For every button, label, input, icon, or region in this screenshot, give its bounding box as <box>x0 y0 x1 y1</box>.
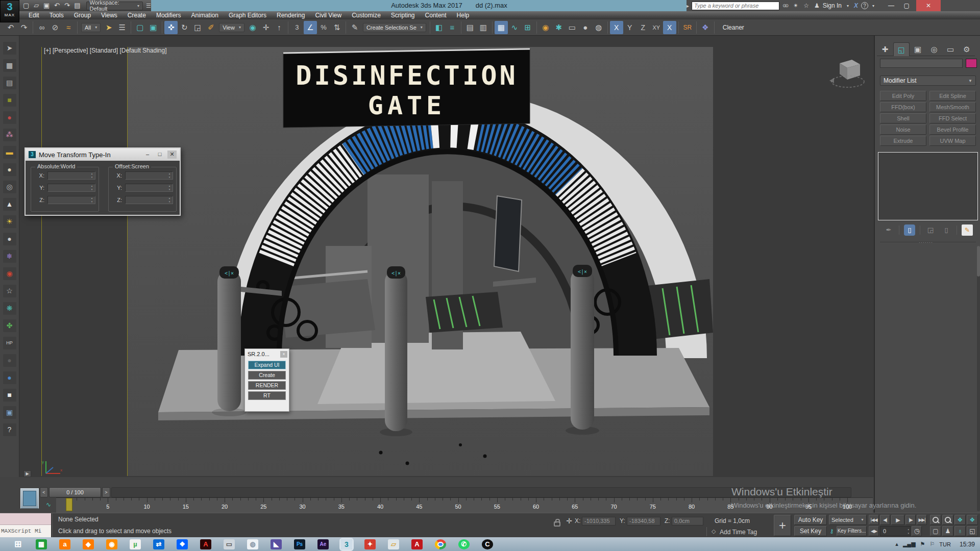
tab-utilities[interactable]: ⚙ <box>959 42 975 56</box>
rendered-frame-window-icon[interactable]: ▭ <box>566 21 579 34</box>
viewport[interactable]: [+] [Perspective] [Standard] [Default Sh… <box>19 36 874 477</box>
menu-content[interactable]: Content <box>420 11 452 19</box>
modifier-button-uvw-map[interactable]: UVW Map <box>929 136 976 146</box>
favorites-icon[interactable]: ☆ <box>800 2 811 9</box>
modifier-button-ffd-select[interactable]: FFD Select <box>929 113 976 123</box>
box-olive-icon[interactable]: ■ <box>3 94 16 107</box>
select-and-link-icon[interactable]: ∞ <box>35 21 48 34</box>
sun-icon[interactable]: ☀ <box>3 215 16 228</box>
workspace-dropdown[interactable]: Workspace: Default ▾ <box>86 2 143 10</box>
named-selection-sets-dropdown[interactable]: Create Selection Se▾ <box>363 23 426 32</box>
rectangular-selection-region-icon[interactable]: ▢ <box>133 21 146 34</box>
use-pivot-point-icon[interactable]: ◉ <box>246 21 259 34</box>
zoom-icon[interactable] <box>930 515 941 525</box>
file-explorer-icon[interactable]: ▱ <box>388 539 399 549</box>
go-to-start-button[interactable]: |◀◀ <box>869 515 879 525</box>
absolute-y-field[interactable]: ▴▾ <box>47 184 95 192</box>
save-file-icon[interactable]: ▣ <box>42 1 51 10</box>
menu-modifiers[interactable]: Modifiers <box>151 11 186 19</box>
modifier-stack[interactable] <box>878 152 978 220</box>
next-frame-button[interactable]: |▶ <box>905 515 916 525</box>
key-filters-button[interactable]: Key Filters... <box>837 526 867 536</box>
user-icon[interactable]: ♟ <box>811 2 822 9</box>
menu-edit[interactable]: Edit <box>23 11 44 19</box>
remove-modifier-icon[interactable]: ▯ <box>941 224 952 236</box>
toggle-ribbon-icon[interactable]: ▦ <box>495 21 508 34</box>
sphere-red-icon[interactable]: ● <box>3 111 16 124</box>
axis-z-button[interactable]: Z <box>636 21 650 34</box>
toggle-layer-explorer-icon[interactable]: ▥ <box>477 21 490 34</box>
align-icon[interactable]: ≡ <box>446 21 459 34</box>
select-and-rotate-icon[interactable]: ↻ <box>178 21 191 34</box>
menu-graph-editors[interactable]: Graph Editors <box>224 11 272 19</box>
tab-hierarchy[interactable]: ▣ <box>910 42 926 56</box>
dialog-minimize-button[interactable]: – <box>143 151 152 159</box>
modifier-button-edit-poly[interactable]: Edit Poly <box>880 91 926 101</box>
make-unique-icon[interactable]: ◲ <box>925 224 936 236</box>
dialog-maximize-button[interactable]: □ <box>155 151 164 159</box>
sr-rt-button[interactable]: RT <box>248 391 286 400</box>
reference-coordinate-dropdown[interactable]: View▾ <box>219 23 244 32</box>
new-file-icon[interactable]: ▢ <box>21 1 31 10</box>
photoshop-icon[interactable]: Ps <box>294 539 305 549</box>
coordinate-z-field[interactable]: 0,0cm <box>672 517 703 525</box>
tab-display[interactable]: ▭ <box>942 42 959 56</box>
play-button[interactable]: ▶ <box>891 515 904 525</box>
view-cube[interactable] <box>828 53 867 92</box>
grid-object-icon[interactable]: ▤ <box>3 77 16 89</box>
max-app-logo[interactable]: 3MAX <box>0 0 19 22</box>
schematic-view-icon[interactable]: ⊞ <box>521 21 534 34</box>
sr-plugin-button[interactable]: SR <box>681 21 694 34</box>
sphere-gray-icon[interactable]: ● <box>3 233 16 245</box>
cleaner-button[interactable]: Cleaner <box>717 24 750 31</box>
spinner-snap-toggle-icon[interactable]: ⇅ <box>330 21 344 34</box>
set-key-button[interactable]: Set Key <box>794 526 827 536</box>
sign-in-chevron-icon[interactable]: ▾ <box>844 4 851 8</box>
walk-through-icon[interactable]: ♟ <box>942 526 953 536</box>
menu-views[interactable]: Views <box>96 11 122 19</box>
viewport-layout-button[interactable] <box>20 488 39 509</box>
sr-expand-ui-button[interactable]: Expand UI <box>248 361 286 369</box>
modifier-button-ffd-box[interactable]: FFD(box) <box>880 102 926 112</box>
open-file-icon[interactable]: ▱ <box>32 1 41 10</box>
window-crossing-icon[interactable]: ▣ <box>146 21 160 34</box>
menu-animation[interactable]: Animation <box>186 11 224 19</box>
select-and-manipulate-icon[interactable]: ✛ <box>259 21 273 34</box>
render-iterative-icon[interactable]: ◍ <box>592 21 605 34</box>
curve-editor-icon[interactable]: ∿ <box>508 21 521 34</box>
modifier-list-dropdown[interactable]: Modifier List ▼ <box>880 76 976 86</box>
ball-dark-icon[interactable]: ● <box>3 354 16 367</box>
previous-frame-button[interactable]: ◀| <box>880 515 890 525</box>
dropbox-icon[interactable]: ❖ <box>177 539 188 549</box>
keyboard-override-icon[interactable]: ↑ <box>273 21 286 34</box>
select-and-move-icon[interactable]: ✜ <box>164 21 178 34</box>
axis-y-button[interactable]: Y <box>623 21 636 34</box>
current-frame-field[interactable]: 0▴▾ <box>880 526 911 536</box>
action-center-flag-icon[interactable]: ⚐ <box>929 541 935 547</box>
trackbar-expand-button[interactable]: ▶ <box>23 470 31 477</box>
menu-create[interactable]: Create <box>122 11 151 19</box>
time-configuration-icon[interactable]: ◷ <box>912 526 922 536</box>
language-indicator[interactable]: TUR <box>939 541 951 547</box>
cube-white-icon[interactable]: ■ <box>3 389 16 402</box>
menu-help[interactable]: Help <box>452 11 475 19</box>
star-icon[interactable]: ☆ <box>3 285 16 297</box>
offset-z-field[interactable]: ▴▾ <box>125 196 173 204</box>
clock[interactable]: 15:39 <box>960 541 975 548</box>
sr-render-button[interactable]: RENDER <box>248 381 286 390</box>
render-setup-icon[interactable]: ✱ <box>552 21 566 34</box>
security-alert-icon[interactable]: ⚑ <box>920 541 925 547</box>
chrome-icon[interactable] <box>435 539 446 549</box>
redo-icon[interactable]: ↷ <box>62 1 71 10</box>
teamviewer-icon[interactable]: ⇄ <box>153 539 164 549</box>
redo-icon[interactable]: ↷ <box>17 21 31 34</box>
timeline-playhead[interactable] <box>66 498 72 511</box>
box-yellow-icon[interactable]: ▬ <box>3 146 16 159</box>
sr-create-button[interactable]: Create <box>248 371 286 380</box>
sphere-blue-icon[interactable]: ● <box>3 371 16 384</box>
help-chevron-icon[interactable]: ▾ <box>869 4 876 8</box>
modifier-button-extrude[interactable]: Extrude <box>880 136 926 146</box>
toolbar-overflow-icon[interactable]: ☰ <box>146 3 151 9</box>
mirror-icon[interactable]: ◧ <box>432 21 446 34</box>
cone-icon[interactable]: ▲ <box>3 198 16 211</box>
